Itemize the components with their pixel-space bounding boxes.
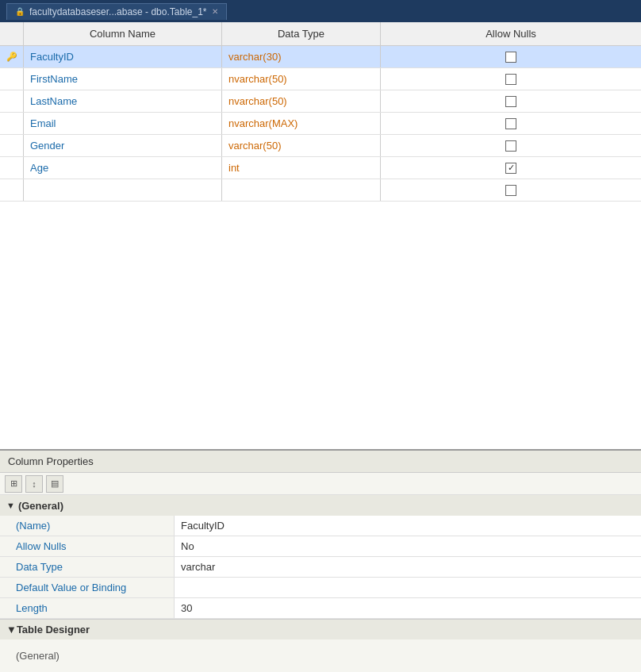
allow-nulls-2[interactable] xyxy=(381,68,641,90)
properties-area: ▼ (General) (Name) FacultyID Allow Nulls… xyxy=(0,495,641,672)
general-bottom: (General) xyxy=(0,639,641,671)
checkbox-7[interactable] xyxy=(505,185,516,196)
col-name-6[interactable]: Age xyxy=(24,157,222,179)
data-type-3[interactable]: nvarchar(50) xyxy=(222,90,381,112)
header-allow-nulls: Allow Nulls xyxy=(381,22,641,45)
row-indicator-4 xyxy=(0,113,24,134)
prop-value-length[interactable]: 30 xyxy=(175,598,641,618)
row-indicator-2 xyxy=(0,68,24,90)
header-data-type: Data Type xyxy=(222,22,381,45)
col-name-7[interactable] xyxy=(24,179,222,201)
general-section-label: (General) xyxy=(18,500,63,512)
table-row[interactable]: Gender varchar(50) xyxy=(0,135,641,157)
chevron-down-icon: ▼ xyxy=(6,501,15,510)
sort-categories-button[interactable]: ⊞ xyxy=(5,475,22,493)
prop-label-allow-nulls: Allow Nulls xyxy=(0,536,175,556)
allow-nulls-5[interactable] xyxy=(381,135,641,156)
table-row[interactable]: Email nvarchar(MAX) xyxy=(0,113,641,135)
row-indicator-5 xyxy=(0,135,24,156)
data-type-4[interactable]: nvarchar(MAX) xyxy=(222,113,381,134)
prop-value-data-type[interactable]: varchar xyxy=(175,557,641,577)
allow-nulls-4[interactable] xyxy=(381,113,641,134)
tab-label: facultydatabaseser...abase - dbo.Table_1… xyxy=(29,6,207,17)
properties-toolbar: ⊞ ↕ ▤ xyxy=(0,473,641,495)
key-icon: 🔑 xyxy=(6,52,17,62)
prop-value-name[interactable]: FacultyID xyxy=(175,516,641,536)
row-indicator-3 xyxy=(0,90,24,112)
data-type-5[interactable]: varchar(50) xyxy=(222,135,381,156)
title-bar: 🔒 facultydatabaseser...abase - dbo.Table… xyxy=(0,0,641,22)
row-indicator-7 xyxy=(0,179,24,201)
prop-value-default-value[interactable] xyxy=(175,578,641,597)
checkbox-3[interactable] xyxy=(505,96,516,107)
row-indicator-6 xyxy=(0,157,24,179)
col-name-4[interactable]: Email xyxy=(24,113,222,134)
table-designer-section-header[interactable]: ▼ Table Designer xyxy=(0,619,641,639)
table-designer-section-label: Table Designer xyxy=(17,624,90,636)
header-indicator xyxy=(0,22,24,45)
close-icon[interactable]: ✕ xyxy=(212,7,218,16)
prop-label-name: (Name) xyxy=(0,516,175,536)
general-bottom-label: (General) xyxy=(16,650,59,662)
prop-label-length: Length xyxy=(0,598,175,618)
table-body: 🔑 FacultyID varchar(30) FirstName nvarch… xyxy=(0,46,641,202)
prop-label-default-value: Default Value or Binding xyxy=(0,578,175,597)
chevron-right-icon: ▼ xyxy=(6,624,17,636)
tab-group: 🔒 facultydatabaseser...abase - dbo.Table… xyxy=(6,3,227,20)
allow-nulls-6[interactable] xyxy=(381,157,641,179)
active-tab[interactable]: 🔒 facultydatabaseser...abase - dbo.Table… xyxy=(6,3,227,20)
data-type-6[interactable]: int xyxy=(222,157,381,179)
checkbox-4[interactable] xyxy=(505,118,516,129)
allow-nulls-7[interactable] xyxy=(381,179,641,201)
col-name-1[interactable]: FacultyID xyxy=(24,46,222,67)
table-row[interactable]: LastName nvarchar(50) xyxy=(0,90,641,113)
prop-label-data-type: Data Type xyxy=(0,557,175,577)
pin-icon: 🔒 xyxy=(15,7,25,16)
prop-row-name: (Name) FacultyID xyxy=(0,516,641,536)
table-row-empty[interactable] xyxy=(0,179,641,202)
row-indicator-1: 🔑 xyxy=(0,46,24,67)
checkbox-6[interactable] xyxy=(505,163,516,174)
allow-nulls-1[interactable] xyxy=(381,46,641,67)
general-section-header[interactable]: ▼ (General) xyxy=(0,495,641,516)
data-type-7[interactable] xyxy=(222,179,381,201)
sort-alpha-button[interactable]: ↕ xyxy=(25,475,43,493)
header-column-name: Column Name xyxy=(24,22,222,45)
prop-row-data-type: Data Type varchar xyxy=(0,557,641,578)
column-headers: Column Name Data Type Allow Nulls xyxy=(0,22,641,46)
prop-row-allow-nulls: Allow Nulls No xyxy=(0,536,641,557)
prop-row-default-value: Default Value or Binding xyxy=(0,578,641,598)
checkbox-1[interactable] xyxy=(505,52,516,63)
col-name-5[interactable]: Gender xyxy=(24,135,222,156)
collapse-button[interactable]: ▤ xyxy=(46,475,63,493)
table-row[interactable]: Age int xyxy=(0,157,641,179)
data-type-2[interactable]: nvarchar(50) xyxy=(222,68,381,90)
table-designer-area: Column Name Data Type Allow Nulls 🔑 Facu… xyxy=(0,22,641,451)
col-name-3[interactable]: LastName xyxy=(24,90,222,112)
column-properties-title: Column Properties xyxy=(8,455,94,467)
prop-row-length: Length 30 xyxy=(0,598,641,619)
data-type-1[interactable]: varchar(30) xyxy=(222,46,381,67)
table-row[interactable]: FirstName nvarchar(50) xyxy=(0,68,641,90)
table-row[interactable]: 🔑 FacultyID varchar(30) xyxy=(0,46,641,68)
allow-nulls-3[interactable] xyxy=(381,90,641,112)
col-name-2[interactable]: FirstName xyxy=(24,68,222,90)
checkbox-2[interactable] xyxy=(505,74,516,85)
checkbox-5[interactable] xyxy=(505,140,516,152)
column-properties-panel: Column Properties ⊞ ↕ ▤ ▼ (General) (Nam… xyxy=(0,451,641,672)
prop-value-allow-nulls[interactable]: No xyxy=(175,536,641,556)
column-properties-header: Column Properties xyxy=(0,451,641,473)
